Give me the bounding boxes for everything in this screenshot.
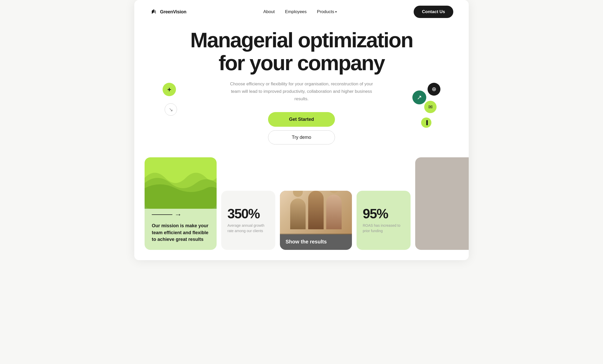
- hero-section: + ↘ ⊕ ↗ ✉ ▐ Managerial optimization for …: [134, 24, 469, 155]
- nav-about[interactable]: About: [263, 9, 275, 14]
- page-wrapper: GreenVision About Employees Products ▾ C…: [134, 0, 469, 260]
- mini-chart-icon: ▐: [421, 117, 431, 128]
- contact-button[interactable]: Contact Us: [414, 6, 453, 18]
- stat-growth-number: 350%: [227, 207, 269, 220]
- badge-icon: ⊕: [428, 83, 440, 96]
- mission-card-image: [145, 157, 217, 209]
- logo-icon: [150, 8, 158, 16]
- hero-subtitle: Choose efficiency or flexibility for you…: [229, 80, 374, 103]
- results-photo-card: Show the results: [280, 191, 352, 250]
- nav-employees[interactable]: Employees: [285, 9, 307, 14]
- mail-icon: ✉: [424, 101, 437, 113]
- get-started-button[interactable]: Get Started: [268, 112, 335, 127]
- person-1: [290, 198, 306, 229]
- stat-roas-label: ROAS has increased to prior funding: [363, 223, 404, 234]
- plus-icon: +: [163, 83, 176, 96]
- stat-growth-card: 350% Average annual growth rate among ou…: [221, 191, 275, 250]
- hero-buttons: Get Started Try demo: [150, 112, 453, 144]
- stat-roas-card: 95% ROAS has increased to prior funding: [357, 191, 411, 250]
- logo-name: GreenVision: [160, 9, 186, 15]
- stat-growth-label: Average annual growth rate among our cli…: [227, 223, 269, 234]
- navbar: GreenVision About Employees Products ▾ C…: [134, 0, 469, 24]
- mission-text: Our mission is make your team efficient …: [152, 222, 209, 242]
- photo-overlay: Show the results: [280, 234, 352, 250]
- cards-row: → Our mission is make your team efficien…: [134, 157, 469, 250]
- logo[interactable]: GreenVision: [150, 8, 186, 16]
- photo-label: Show the results: [286, 239, 327, 244]
- group-photo: [280, 191, 352, 234]
- nav-products[interactable]: Products ▾: [317, 9, 337, 14]
- mission-card: → Our mission is make your team efficien…: [145, 157, 217, 250]
- person-3: [326, 195, 342, 229]
- stat-roas-number: 95%: [363, 207, 404, 220]
- try-demo-button[interactable]: Try demo: [268, 130, 335, 144]
- person-2: [308, 191, 324, 229]
- chevron-down-icon: ▾: [335, 10, 337, 14]
- chart-trend-icon: ↗: [412, 90, 426, 104]
- hero-title: Managerial optimization for your company: [150, 29, 453, 74]
- arrow-diagonal-icon: ↘: [165, 103, 177, 116]
- nav-links: About Employees Products ▾: [263, 9, 337, 14]
- person-photo-card: [415, 157, 469, 250]
- mission-arrow: →: [152, 211, 209, 219]
